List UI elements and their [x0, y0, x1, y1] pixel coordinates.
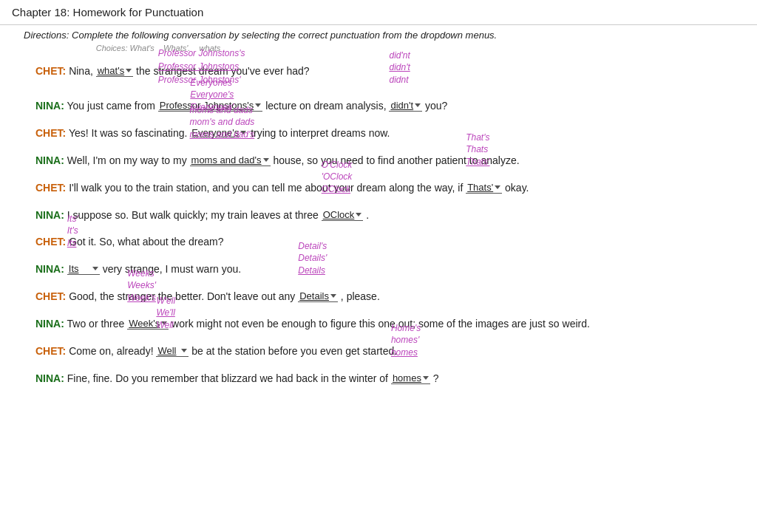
dd-moms-arrow	[263, 158, 269, 162]
page-title: Chapter 18: Homework for Punctuation	[0, 0, 757, 25]
dd-didnt-arrow	[415, 103, 421, 107]
nina-line-4: NINA: Its' It's Its Its very strange, I …	[35, 262, 722, 275]
dd-didnt-select[interactable]: didn't	[389, 100, 422, 112]
dd-whats-value: what's	[98, 65, 124, 76]
dd-details-value: Details	[299, 290, 329, 301]
directions-text: Directions: Complete the following conve…	[0, 25, 757, 45]
dd-homes-value: homes	[393, 372, 421, 383]
dd-wrap-weeks: Weeks Weeks' Week's Week's	[127, 317, 169, 330]
dd-whats-select[interactable]: what's	[96, 65, 133, 77]
dd-wrap-oclock: O'Clock 'OClock OClock OClock	[322, 208, 364, 221]
chet-line-2: CHET: Yes! It was so fascinating. Everyo…	[35, 126, 722, 139]
nina-line-5: NINA: Two or three Weeks Weeks' Week's W…	[35, 317, 722, 330]
content-area: CHET: Nina, Choices: What's Whats'. what…	[0, 45, 757, 411]
nina-line-2: NINA: Well, I'm on my way to my moms and…	[35, 154, 722, 166]
dd-oclock-value: OClock	[323, 209, 355, 220]
dd-professor-arrow	[255, 103, 261, 107]
chet-line-3: CHET: I'll walk you to the train station…	[35, 181, 722, 194]
speaker-chet-1: CHET:	[35, 65, 66, 77]
nina-line-3: NINA: I suppose so. But walk quickly; my…	[35, 208, 722, 221]
dd-professor-select[interactable]: Professor Johnstons's	[158, 100, 263, 112]
speaker-nina-3: NINA:	[35, 209, 64, 221]
chet-line-5: CHET: Good, the stranger the better. Don…	[35, 290, 722, 302]
dd-weeks-arrow	[161, 321, 167, 325]
dd-wrap-thats: That's Thats Thats' Thats'	[466, 181, 502, 194]
dd-everyones-arrow	[240, 131, 246, 134]
dd-didnt-value: didn't	[390, 100, 413, 111]
dd-whats-arrow	[126, 69, 132, 72]
dd-oclock-arrow	[356, 213, 361, 216]
dd-details-select[interactable]: Details	[298, 290, 338, 302]
dd-wrap-well: W'ell We'll Well Well	[156, 344, 189, 357]
dd-wrap-professor: Professor Johnstons's Professor Johnston…	[158, 99, 263, 112]
page-container: Chapter 18: Homework for Punctuation Dir…	[0, 0, 757, 411]
dd-everyones-value: Everyone's	[191, 127, 239, 138]
dd-its-value: Its	[69, 263, 91, 274]
dd-wrap-its: Its' It's Its Its	[67, 262, 100, 275]
dd-weeks-value: Week's	[129, 318, 160, 329]
dd-thats-arrow	[495, 185, 500, 189]
dd-everyones-select[interactable]: Everyone's	[190, 127, 248, 139]
speaker-chet-2: CHET:	[35, 127, 66, 139]
dd-homes-arrow	[423, 376, 429, 380]
dd-details-arrow	[330, 294, 336, 298]
speaker-nina-1: NINA:	[35, 100, 64, 112]
dd-well-value: Well	[157, 345, 180, 356]
speaker-nina-2: NINA:	[35, 154, 64, 166]
dd-its-select[interactable]: Its	[67, 263, 100, 275]
dd-its-arrow	[92, 267, 98, 270]
dd-wrap-whats: Choices: What's Whats'. whats what's	[96, 64, 133, 77]
speaker-chet-5: CHET:	[35, 290, 66, 302]
dd-wrap-moms: moms and dads mom's and dads moms and da…	[190, 154, 271, 166]
dd-thats-select[interactable]: Thats'	[466, 182, 502, 194]
dd-thats-value: Thats'	[467, 182, 493, 193]
dd-wrap-homes: Home's homes' homes homes	[391, 372, 430, 384]
speaker-nina-6: NINA:	[35, 372, 64, 384]
speaker-chet-4: CHET:	[35, 236, 66, 248]
chet-line-4: CHET: Got it. So, what about the dream?	[35, 236, 722, 248]
speaker-chet-3: CHET:	[35, 182, 66, 194]
chet-line-6: CHET: Come on, already! W'ell We'll Well…	[35, 344, 722, 357]
dd-wrap-details: Detail's Details' Details Details	[298, 290, 338, 302]
speaker-chet-6: CHET:	[35, 345, 66, 357]
dd-oclock-select[interactable]: OClock	[322, 209, 364, 221]
dd-homes-select[interactable]: homes	[391, 372, 430, 384]
speaker-nina-5: NINA:	[35, 318, 64, 330]
dd-well-arrow	[181, 349, 187, 352]
speaker-nina-4: NINA:	[35, 263, 64, 275]
nina-line-6: NINA: Fine, fine. Do you remember that b…	[35, 372, 722, 384]
dd-wrap-everyones: Everyones Everyone's Everyones' Everyone…	[190, 126, 248, 139]
dd-moms-select[interactable]: moms and dad's	[190, 154, 271, 166]
dd-well-select[interactable]: Well	[156, 345, 189, 357]
dd-moms-value: moms and dad's	[191, 154, 262, 166]
dd-weeks-select[interactable]: Week's	[127, 318, 169, 330]
nina-line-1: NINA: You just came from Professor Johns…	[35, 99, 722, 112]
dd-wrap-didnt: did'nt didn't didnt didn't	[389, 99, 422, 112]
chet-line-1: CHET: Nina, Choices: What's Whats'. what…	[35, 64, 722, 77]
dd-professor-value: Professor Johnstons's	[160, 100, 254, 111]
